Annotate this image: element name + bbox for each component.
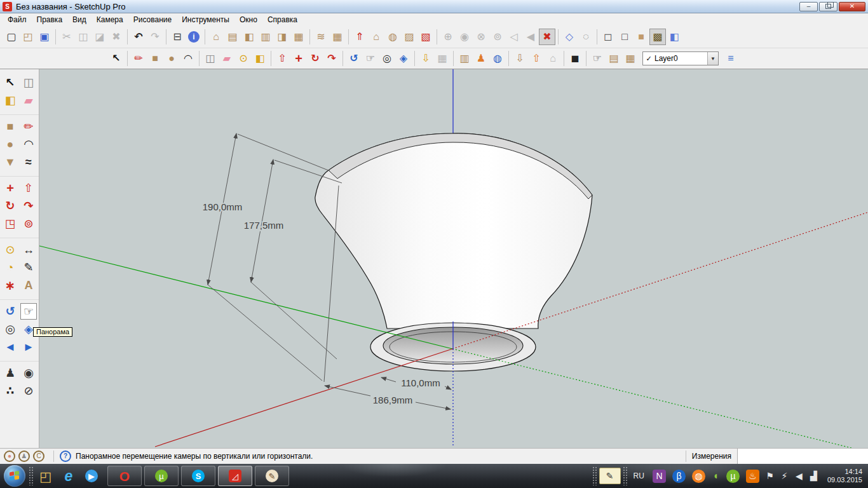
get-models[interactable]: ⇩ xyxy=(512,50,528,67)
section-plane-tool[interactable]: ⊘ xyxy=(20,383,37,399)
orbit[interactable]: ↺ xyxy=(346,50,362,67)
pan-tool[interactable]: ☞ xyxy=(20,303,37,320)
view-back[interactable]: ◨ xyxy=(274,29,290,45)
circle[interactable]: ● xyxy=(163,50,180,67)
geolocation[interactable]: ● xyxy=(4,451,15,462)
power-plug[interactable]: ⚡ xyxy=(778,470,791,483)
menu-file[interactable]: Файл xyxy=(3,14,32,25)
move-tool[interactable]: + xyxy=(2,180,18,196)
layer-dropdown[interactable]: ✓ Layer0 ▼ xyxy=(642,51,719,65)
skype-taskbar-button[interactable]: S xyxy=(181,466,215,486)
arc[interactable]: ◠ xyxy=(180,50,196,67)
menu-help[interactable]: Справка xyxy=(262,14,302,25)
zoom[interactable]: ◎ xyxy=(379,50,395,67)
component-options[interactable]: ▤ xyxy=(606,50,622,67)
circle-tool[interactable]: ● xyxy=(2,136,18,152)
vase-model[interactable] xyxy=(315,133,592,371)
print[interactable]: ⊟ xyxy=(169,29,186,45)
close-button[interactable]: ✕ xyxy=(839,2,865,11)
select[interactable]: ↖ xyxy=(108,50,125,67)
follow-me[interactable]: ↷ xyxy=(323,50,340,67)
paint-bucket[interactable]: ◧ xyxy=(252,50,268,67)
open[interactable]: ◰ xyxy=(20,29,36,45)
follow-me-tool[interactable]: ↷ xyxy=(20,198,37,214)
view-bottom[interactable]: ▦ xyxy=(290,29,307,45)
measurements-input[interactable] xyxy=(737,449,868,464)
leaf-app[interactable]: ◖ xyxy=(709,470,722,483)
photo-match-off[interactable]: ✖ xyxy=(539,29,555,45)
stamp[interactable]: ⌂ xyxy=(368,29,384,45)
arc-tool[interactable]: ◠ xyxy=(20,136,37,152)
layer-dropdown-arrow-icon[interactable]: ▼ xyxy=(707,52,718,65)
network[interactable]: ▟ xyxy=(807,470,820,483)
orange-app[interactable]: ◍ xyxy=(692,470,705,483)
eraser-tool[interactable]: ▰ xyxy=(20,92,37,109)
line-tool[interactable]: ✏ xyxy=(20,118,37,135)
style-wireframe[interactable]: ◻ xyxy=(600,29,616,45)
zoom-extents[interactable]: ◈ xyxy=(395,50,412,67)
tablet-input-panel[interactable]: ✎ xyxy=(599,468,621,484)
claim-credit[interactable]: C xyxy=(33,451,44,462)
look-around-tool[interactable]: ◉ xyxy=(20,365,37,381)
component-attributes[interactable]: ▦ xyxy=(622,50,639,67)
dimension-tool[interactable]: ↔ xyxy=(20,241,37,258)
menu-window[interactable]: Окно xyxy=(234,14,262,25)
interact[interactable]: ☞ xyxy=(589,50,606,67)
tape-measure-tool[interactable]: ⊙ xyxy=(2,241,18,258)
new[interactable]: ▢ xyxy=(3,29,20,45)
photo-textures[interactable]: ▥ xyxy=(456,50,473,67)
style-xray[interactable]: ◇ xyxy=(561,29,578,45)
zoom-tool[interactable]: ◎ xyxy=(2,321,18,337)
utorrent-taskbar-button[interactable]: µ xyxy=(144,466,179,486)
language-indicator[interactable]: RU xyxy=(634,471,644,480)
protractor-tool[interactable]: ◔ xyxy=(2,259,18,276)
3d-canvas[interactable]: 190,0mm 177,5mm 110,0mm 186,9mm xyxy=(39,69,868,448)
view-top[interactable]: ▤ xyxy=(224,29,241,45)
offset-tool[interactable]: ⊚ xyxy=(20,215,37,232)
make-component[interactable]: ◫ xyxy=(202,50,219,67)
utorrent-tray[interactable]: µ xyxy=(726,470,740,483)
layer-manager[interactable]: ≡ xyxy=(722,50,739,67)
onenote[interactable]: N xyxy=(653,470,666,483)
volume[interactable]: ◀ xyxy=(792,470,806,483)
sandbox-from-scratch[interactable]: ▦ xyxy=(329,29,346,45)
paint-taskbar-button[interactable]: ✎ xyxy=(255,466,289,486)
add-location[interactable]: ⇩ xyxy=(417,50,434,67)
windows-explorer[interactable]: ◰ xyxy=(37,467,55,485)
help[interactable]: ? xyxy=(60,451,71,462)
view-iso[interactable]: ⌂ xyxy=(208,29,224,45)
position-camera-tool[interactable]: ♟ xyxy=(2,365,18,381)
minimize-button[interactable]: – xyxy=(799,2,818,11)
style-back-edges[interactable]: ◌ xyxy=(578,29,594,45)
clock[interactable]: 14:14 09.03.2015 xyxy=(827,468,862,484)
bluetooth[interactable]: β xyxy=(672,470,686,483)
google-earth[interactable]: ◍ xyxy=(489,50,506,67)
share-model[interactable]: ⇧ xyxy=(528,50,545,67)
tape-measure[interactable]: ⊙ xyxy=(235,50,252,67)
menu-tools[interactable]: Инструменты xyxy=(177,14,234,25)
scale-tool[interactable]: ◳ xyxy=(2,215,18,232)
select-tool[interactable]: ↖ xyxy=(2,74,18,91)
restore-button[interactable] xyxy=(819,2,837,11)
windows-media-player[interactable]: ▶ xyxy=(85,470,98,482)
opera-taskbar-button[interactable]: O xyxy=(107,466,142,486)
move[interactable]: + xyxy=(290,50,307,67)
add-detail[interactable]: ▨ xyxy=(401,29,417,45)
building-figure[interactable]: ♟ xyxy=(473,50,489,67)
sandbox-from-contours[interactable]: ≋ xyxy=(313,29,329,45)
menu-camera[interactable]: Камера xyxy=(92,14,128,25)
rectangle-tool[interactable]: ■ xyxy=(2,118,18,135)
java-update[interactable]: ♨ xyxy=(746,470,759,483)
pan[interactable]: ☞ xyxy=(362,50,379,67)
style-hidden-line[interactable]: □ xyxy=(616,29,633,45)
view-right[interactable]: ▥ xyxy=(257,29,274,45)
sketchup-taskbar-button[interactable]: ◿ xyxy=(218,466,252,486)
text-tool[interactable]: ✎ xyxy=(20,259,37,276)
drape[interactable]: ◍ xyxy=(384,29,401,45)
menu-view[interactable]: Вид xyxy=(67,14,92,25)
orbit-tool[interactable]: ↺ xyxy=(2,303,18,320)
zoom-next-tool[interactable]: ► xyxy=(20,339,37,355)
save[interactable]: ▣ xyxy=(36,29,53,45)
line[interactable]: ✏ xyxy=(130,50,147,67)
eraser[interactable]: ▰ xyxy=(219,50,235,67)
